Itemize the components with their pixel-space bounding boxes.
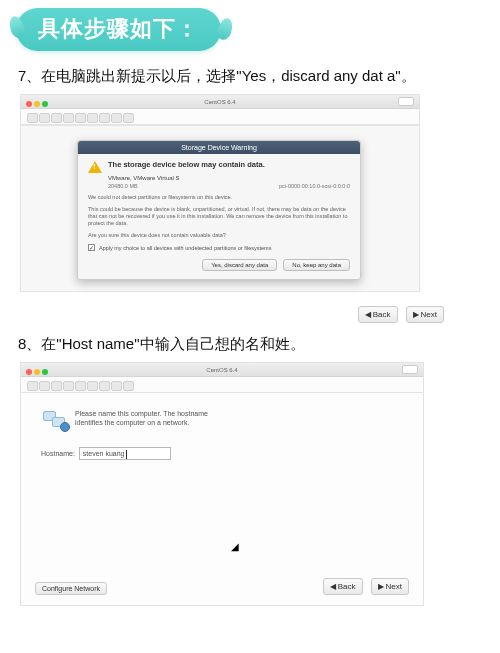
- dialog-p3: Are you sure this device does not contai…: [88, 232, 350, 239]
- arrow-right-icon: ▶: [413, 310, 419, 319]
- discard-button[interactable]: Yes, discard any data: [202, 259, 277, 271]
- window-toggle-icon: [398, 97, 414, 106]
- device-name: VMware, VMware Virtual S: [108, 175, 180, 181]
- traffic-lights-icon: [26, 366, 50, 380]
- traffic-lights-icon: [26, 98, 50, 112]
- warning-icon: [88, 161, 102, 173]
- back-button[interactable]: ◀Back: [358, 306, 398, 323]
- hostname-label: Hostname:: [41, 450, 75, 457]
- next-button[interactable]: ▶Next: [406, 306, 444, 323]
- next-button[interactable]: ▶Next: [371, 578, 409, 595]
- window-title: CentOS 6.4: [204, 99, 235, 105]
- back-button[interactable]: ◀Back: [323, 578, 363, 595]
- installer-canvas: Please name this computer. The hostname …: [21, 393, 423, 605]
- hostname-intro: Please name this computer. The hostname …: [43, 409, 225, 431]
- hostname-intro-text: Please name this computer. The hostname …: [75, 409, 225, 427]
- step-8-text: 8、在"Host name"中输入自己想的名和姓。: [0, 333, 500, 360]
- mouse-cursor-icon: ◢: [231, 541, 239, 552]
- device-bus: pci-0000:00:10.0-scsi-0:0:0:0: [279, 183, 350, 189]
- vm-toolbar: [21, 109, 419, 125]
- window-title: CentOS 6.4: [206, 367, 237, 373]
- header: 具体步骤如下：: [0, 0, 500, 65]
- dialog-p2: This could be because the device is blan…: [88, 206, 350, 227]
- step-7-nav: ◀Back ▶Next: [0, 306, 444, 323]
- device-size: 20480.0 MB: [108, 183, 138, 189]
- arrow-left-icon: ◀: [330, 582, 336, 591]
- dialog-p1: We could not detect partitions or filesy…: [88, 194, 350, 201]
- header-title: 具体步骤如下：: [16, 8, 221, 51]
- installer-canvas: Storage Device Warning The storage devic…: [21, 125, 419, 291]
- storage-warning-dialog: Storage Device Warning The storage devic…: [77, 140, 361, 280]
- apply-all-checkbox[interactable]: ✓ Apply my choice to all devices with un…: [88, 244, 350, 251]
- dialog-heading: The storage device below may contain dat…: [108, 160, 265, 169]
- apply-all-label: Apply my choice to all devices with unde…: [99, 245, 271, 251]
- window-toggle-icon: [402, 365, 418, 374]
- window-titlebar: CentOS 6.4: [21, 363, 423, 377]
- arrow-right-icon: ▶: [378, 582, 384, 591]
- checkbox-icon: ✓: [88, 244, 95, 251]
- text-caret-icon: [126, 450, 127, 459]
- keep-button[interactable]: No, keep any data: [283, 259, 350, 271]
- window-titlebar: CentOS 6.4: [21, 95, 419, 109]
- step-7-screenshot: CentOS 6.4 Storage Device Warning The st…: [20, 94, 420, 292]
- step-8-nav: ◀Back ▶Next: [323, 578, 409, 595]
- arrow-left-icon: ◀: [365, 310, 371, 319]
- step-7-text: 7、在电脑跳出新提示以后，选择"Yes，discard any dat a"。: [0, 65, 500, 92]
- hostname-input[interactable]: steven kuang: [79, 447, 171, 460]
- configure-network-button[interactable]: Configure Network: [35, 582, 107, 595]
- network-computers-icon: [43, 409, 69, 431]
- vm-toolbar: [21, 377, 423, 393]
- hostname-row: Hostname: steven kuang: [41, 447, 171, 460]
- dialog-title: Storage Device Warning: [78, 141, 360, 154]
- step-8-screenshot: CentOS 6.4 Please name this computer. Th…: [20, 362, 424, 606]
